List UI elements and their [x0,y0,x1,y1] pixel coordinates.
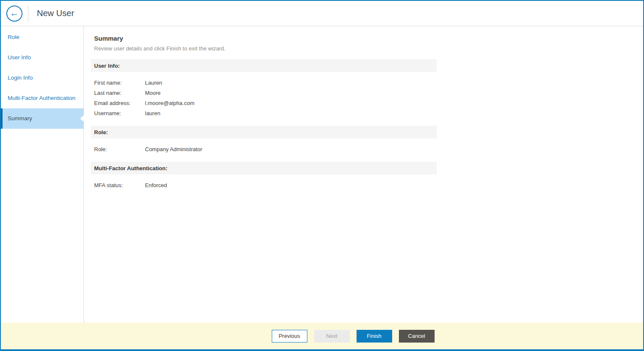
wizard-steps-sidebar: Role User Info Login Info Multi-Factor A… [1,26,84,323]
section-header-multi-factor-authentication: Multi-Factor Authentication: [91,162,437,174]
row-value: lauren [145,110,633,116]
row-label: First name: [94,80,145,86]
cancel-button[interactable]: Cancel [399,330,435,343]
row-value: Enforced [145,182,633,188]
step-heading: Summary [94,35,633,42]
mfa-rows: MFA status: Enforced [94,180,633,190]
summary-row-username: Username: lauren [94,108,633,118]
sidebar-item-role[interactable]: Role [1,27,84,47]
row-value: Lauren [145,80,633,86]
row-label: Role: [94,146,145,152]
summary-row-mfa-status: MFA status: Enforced [94,180,633,190]
row-value: Moore [145,90,633,96]
back-button[interactable]: ← [6,6,22,22]
previous-button[interactable]: Previous [272,330,307,343]
summary-row-email-address: Email address: l.moore@alpha.com [94,98,633,108]
section-header-role: Role: [91,126,437,138]
row-label: Email address: [94,100,145,106]
next-button[interactable]: Next [314,330,350,343]
sidebar-item-summary[interactable]: Summary [1,108,84,129]
sidebar-item-multi-factor-authentication[interactable]: Multi-Factor Authentication [1,88,84,108]
summary-row-first-name: First name: Lauren [94,77,633,88]
step-subheading: Review user details and click Finish to … [94,45,633,52]
row-value: Company Administrator [145,146,633,152]
summary-step-content: Summary Review user details and click Fi… [84,26,643,323]
row-label: MFA status: [94,182,145,188]
new-user-wizard-window: ← New User Role User Info Login Info Mul… [0,0,644,351]
row-value: l.moore@alpha.com [145,100,633,106]
summary-row-last-name: Last name: Moore [94,88,633,98]
role-rows: Role: Company Administrator [94,144,633,154]
wizard-footer: Previous Next Finish Cancel [1,323,643,349]
sidebar-item-user-info[interactable]: User Info [1,47,84,68]
header-divider [28,5,28,22]
row-label: Username: [94,110,145,116]
summary-row-role: Role: Company Administrator [94,144,633,154]
sidebar-item-login-info[interactable]: Login Info [1,68,84,88]
arrow-left-icon: ← [10,8,19,18]
finish-button[interactable]: Finish [357,330,392,343]
wizard-body: Role User Info Login Info Multi-Factor A… [1,26,643,323]
wizard-header: ← New User [1,1,643,26]
user-info-rows: First name: Lauren Last name: Moore Emai… [94,77,633,118]
section-header-user-info: User Info: [91,59,437,72]
page-title: New User [37,8,74,18]
row-label: Last name: [94,90,145,96]
